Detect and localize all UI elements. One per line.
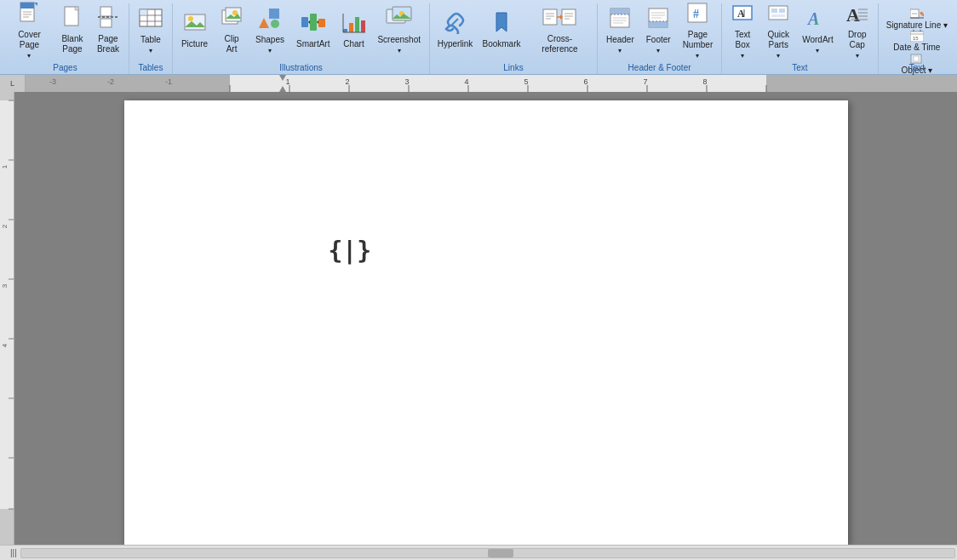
page-break-button[interactable]: PageBreak xyxy=(91,5,125,54)
svg-point-18 xyxy=(188,16,193,21)
screenshot-button[interactable]: Screenshot ▾ xyxy=(372,5,426,54)
bottom-scrollbar-area: ||| xyxy=(0,545,957,560)
svg-rect-32 xyxy=(343,29,347,32)
quick-parts-button[interactable]: QuickParts ▾ xyxy=(761,5,795,54)
text-box-label: TextBox xyxy=(735,30,750,50)
clip-art-button[interactable]: ClipArt xyxy=(215,5,249,54)
text-group-label: Text xyxy=(722,63,878,72)
footer-label: Footer xyxy=(646,35,671,45)
svg-rect-17 xyxy=(185,14,205,30)
wordart-button[interactable]: A WordArt ▾ xyxy=(797,5,839,54)
smartart-button[interactable]: SmartArt xyxy=(291,5,335,54)
hyperlink-icon xyxy=(443,10,467,37)
tables-group-label: Tables xyxy=(129,63,172,72)
svg-point-26 xyxy=(271,20,279,28)
text-box-button[interactable]: A TextBox ▾ xyxy=(725,5,759,54)
chart-label: Chart xyxy=(343,39,364,49)
scrollbar-thumb[interactable] xyxy=(488,549,513,557)
hyperlink-button[interactable]: Hyperlink xyxy=(433,5,477,54)
picture-label: Picture xyxy=(181,39,208,49)
date-time-button[interactable]: 15 Date & Time xyxy=(882,30,952,52)
cross-reference-button[interactable]: Cross-reference xyxy=(526,5,593,54)
svg-marker-25 xyxy=(259,18,269,28)
picture-button[interactable]: Picture xyxy=(176,5,213,54)
svg-text:1: 1 xyxy=(1,164,9,169)
svg-rect-47 xyxy=(562,9,576,25)
svg-text:7: 7 xyxy=(643,77,647,86)
ribbon-group-pages: Cover Page ▾ BlankPage xyxy=(2,3,129,74)
svg-marker-31 xyxy=(317,20,318,24)
ruler-track: 1 2 3 4 5 6 7 8 -1 -2 -3 xyxy=(26,75,957,92)
links-group-label: Links xyxy=(430,63,597,72)
svg-rect-72 xyxy=(771,14,785,17)
page-number-button[interactable]: # PageNumber ▾ xyxy=(678,5,719,54)
footer-button[interactable]: Footer ▾ xyxy=(641,5,676,54)
svg-rect-24 xyxy=(269,9,279,19)
svg-rect-8 xyxy=(100,7,112,16)
svg-text:4: 4 xyxy=(464,77,468,86)
cross-reference-icon xyxy=(542,5,576,32)
shapes-label: Shapes xyxy=(255,35,284,45)
signature-line-button[interactable]: ✎ Signature Line ▾ xyxy=(882,7,952,29)
svg-text:2: 2 xyxy=(345,77,349,86)
shapes-button[interactable]: Shapes ▾ xyxy=(250,5,289,54)
smartart-label: SmartArt xyxy=(296,39,330,49)
ruler-corner[interactable]: L xyxy=(0,75,26,92)
svg-rect-71 xyxy=(779,9,785,13)
header-label: Header xyxy=(606,35,634,45)
ruler-corner-label: L xyxy=(10,79,14,88)
chart-button[interactable]: Chart xyxy=(336,5,370,54)
screenshot-label: Screenshot xyxy=(377,35,421,45)
document-page[interactable]: {|} xyxy=(124,100,848,545)
svg-rect-33 xyxy=(349,23,353,32)
page-break-label: PageBreak xyxy=(97,34,119,54)
svg-text:3: 3 xyxy=(1,283,9,288)
screenshot-icon xyxy=(386,6,413,33)
ribbon-group-header-footer: Header ▾ Footer ▾ xyxy=(598,3,722,74)
chart-icon xyxy=(341,10,365,37)
bookmark-button[interactable]: Bookmark xyxy=(478,5,524,54)
svg-rect-1 xyxy=(20,3,34,9)
bookmark-label: Bookmark xyxy=(482,39,520,49)
cover-page-icon xyxy=(17,1,41,28)
svg-rect-93 xyxy=(230,75,766,92)
bookmark-icon xyxy=(490,10,513,37)
drop-cap-icon: A xyxy=(845,1,869,28)
field-cursor-symbol: {|} xyxy=(329,237,372,265)
signature-line-label: Signature Line ▾ xyxy=(886,20,948,30)
svg-rect-35 xyxy=(361,20,365,32)
svg-rect-89 xyxy=(914,56,919,61)
svg-marker-5 xyxy=(34,3,37,6)
clip-art-label: ClipArt xyxy=(224,34,238,54)
wordart-label: WordArt xyxy=(802,35,834,45)
header-button[interactable]: Header ▾ xyxy=(601,5,639,54)
signature-line-icon: ✎ xyxy=(910,6,924,20)
svg-rect-27 xyxy=(301,17,308,27)
svg-rect-70 xyxy=(771,9,777,13)
svg-rect-92 xyxy=(766,75,957,92)
svg-text:A: A xyxy=(806,9,819,28)
svg-rect-53 xyxy=(610,9,629,14)
svg-text:15: 15 xyxy=(913,36,919,41)
main-area: 1 2 3 4 {|} xyxy=(0,92,957,545)
svg-text:✎: ✎ xyxy=(920,11,924,19)
blank-page-button[interactable]: BlankPage xyxy=(55,5,89,54)
text2-group-label: Text xyxy=(879,63,955,72)
svg-text:-3: -3 xyxy=(49,77,56,86)
illustrations-group-label: Illustrations xyxy=(173,63,429,72)
svg-rect-10 xyxy=(100,19,112,27)
cover-page-button[interactable]: Cover Page ▾ xyxy=(5,5,54,54)
text-box-icon: A xyxy=(731,1,754,28)
page-number-icon: # xyxy=(685,1,709,28)
drop-cap-button[interactable]: A DropCap ▾ xyxy=(840,5,874,54)
svg-rect-16 xyxy=(140,9,147,15)
ribbon-group-text: A TextBox ▾ QuickParts ▾ xyxy=(722,3,879,74)
table-button[interactable]: Table ▾ xyxy=(133,5,169,54)
svg-text:8: 8 xyxy=(702,77,707,86)
ribbon-group-text2: ✎ Signature Line ▾ 15 Date & Time xyxy=(879,3,955,74)
svg-rect-43 xyxy=(543,9,557,25)
document-area[interactable]: {|} xyxy=(14,92,957,545)
svg-rect-59 xyxy=(649,21,668,27)
svg-text:#: # xyxy=(693,8,699,20)
horizontal-scrollbar[interactable] xyxy=(20,548,955,558)
